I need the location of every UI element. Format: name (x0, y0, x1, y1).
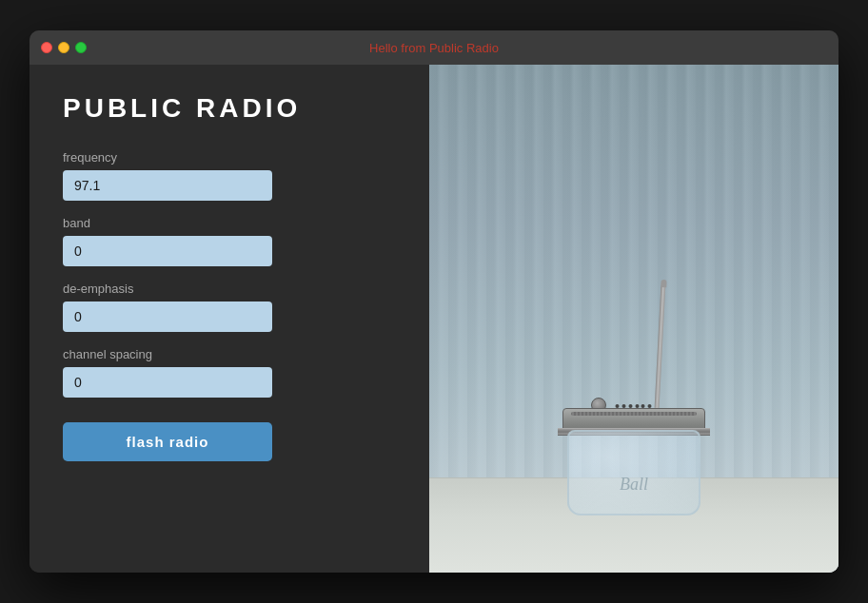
minimize-button[interactable] (58, 42, 69, 53)
de-emphasis-group: de-emphasis (63, 282, 396, 332)
frequency-input[interactable] (63, 170, 272, 201)
mason-jar-radio (558, 382, 710, 515)
de-emphasis-label: de-emphasis (63, 282, 396, 296)
flash-radio-button[interactable]: flash radio (63, 422, 272, 461)
window-content: PUBLIC RADIO frequency band de-emphasis … (30, 65, 838, 573)
app-window: Hello from Public Radio PUBLIC RADIO fre… (30, 30, 838, 573)
window-title: Hello from Public Radio (369, 41, 499, 55)
jar-glass (567, 430, 700, 515)
frequency-label: frequency (63, 150, 396, 165)
left-panel: PUBLIC RADIO frequency band de-emphasis … (30, 65, 429, 573)
channel-spacing-input[interactable] (63, 367, 272, 398)
channel-spacing-group: channel spacing (63, 347, 396, 398)
frequency-group: frequency (63, 150, 396, 201)
channel-spacing-label: channel spacing (63, 347, 396, 361)
title-bar: Hello from Public Radio (30, 30, 838, 65)
band-input[interactable] (63, 236, 272, 266)
antenna-tip (661, 280, 666, 287)
band-group: band (63, 216, 396, 266)
traffic-lights (41, 42, 87, 53)
app-title: PUBLIC RADIO (63, 93, 396, 124)
band-label: band (63, 216, 396, 230)
radio-photo (429, 65, 838, 573)
close-button[interactable] (41, 42, 52, 53)
de-emphasis-input[interactable] (63, 302, 272, 332)
maximize-button[interactable] (75, 42, 87, 53)
right-panel (429, 65, 838, 573)
